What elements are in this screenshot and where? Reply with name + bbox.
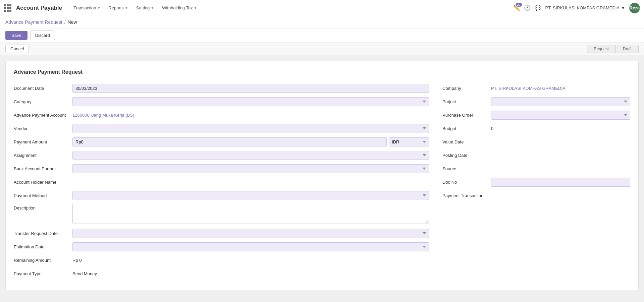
purchase-order-field xyxy=(491,111,630,120)
menu-transaction[interactable]: Transaction ▼ xyxy=(70,4,104,12)
category-select[interactable] xyxy=(72,97,429,106)
chevron-down-icon: ▼ xyxy=(97,6,100,10)
remaining-amount-label: Remaining Amount xyxy=(14,258,72,263)
grid-menu-icon[interactable] xyxy=(4,4,11,12)
vendor-label: Vendor xyxy=(14,126,72,131)
budget-row: Budget 0 xyxy=(442,123,630,133)
avatar[interactable]: Reza xyxy=(629,3,640,13)
advance-payment-account-value: 1160000 Uang Muka Kerja (BS) xyxy=(72,111,134,119)
budget-label: Budget xyxy=(442,126,491,131)
estimation-date-label: Estimation Date xyxy=(14,244,72,249)
currency-select[interactable]: IDR xyxy=(389,137,429,146)
project-field xyxy=(491,97,630,106)
discard-button[interactable]: Discard xyxy=(30,31,55,40)
value-date-row: Value Date xyxy=(442,137,630,147)
remaining-amount-row: Remaining Amount Rp 0 xyxy=(14,255,429,265)
posting-date-label: Posting Date xyxy=(442,153,491,158)
transfer-request-date-field xyxy=(72,229,429,238)
project-row: Project xyxy=(442,97,630,107)
form-title: Advance Payment Request xyxy=(14,69,630,75)
vendor-select[interactable] xyxy=(72,124,429,133)
payment-amount-input[interactable] xyxy=(72,137,387,146)
transfer-request-date-label: Transfer Request Date xyxy=(14,231,72,236)
breadcrumb-current: New xyxy=(68,19,77,25)
payment-transaction-row: Payment Transaction xyxy=(442,190,630,200)
assignment-label: Assignment xyxy=(14,153,72,158)
chevron-down-icon: ▼ xyxy=(194,6,197,10)
payment-type-field: Send Money xyxy=(72,271,429,276)
status-step-request[interactable]: Request xyxy=(587,45,616,53)
breadcrumb-bar: Advance Payment Request / New xyxy=(0,16,644,28)
purchase-order-select[interactable] xyxy=(491,111,630,120)
bank-account-partner-field xyxy=(72,164,429,173)
doc-no-field xyxy=(491,178,630,187)
navbar-right: ✏️ 29 🕐 💬 PT. SIRKULASI KOMPAS GRAMEDIA … xyxy=(513,3,640,13)
form-card: Advance Payment Request Document Date Ca… xyxy=(5,61,639,290)
bank-account-partner-label: Bank Account Partner xyxy=(14,166,72,171)
bank-account-partner-select[interactable] xyxy=(72,164,429,173)
document-date-label: Document Date xyxy=(14,86,72,91)
payment-type-row: Payment Type Send Money xyxy=(14,268,429,279)
payment-method-row: Payment Method xyxy=(14,190,429,200)
form-body: Document Date Category Advance Payment A… xyxy=(14,83,630,282)
form-left: Document Date Category Advance Payment A… xyxy=(14,83,429,282)
navbar-menu: Transaction ▼ Reports ▼ Setting ▼ Withho… xyxy=(70,4,201,12)
source-label: Source xyxy=(442,166,491,171)
clock-icon-btn[interactable]: 🕐 xyxy=(524,5,531,11)
menu-withholding-tax[interactable]: Withholding Tax ▼ xyxy=(159,4,200,12)
estimation-date-select[interactable] xyxy=(72,242,429,251)
document-date-row: Document Date xyxy=(14,83,429,93)
assignment-select[interactable] xyxy=(72,151,429,160)
payment-type-label: Payment Type xyxy=(14,271,72,276)
company-label: Company xyxy=(442,86,491,91)
menu-setting[interactable]: Setting ▼ xyxy=(133,4,157,12)
project-label: Project xyxy=(442,99,491,104)
doc-no-label: Doc No xyxy=(442,180,491,185)
vendor-row: Vendor xyxy=(14,123,429,133)
description-input[interactable] xyxy=(72,204,429,224)
cancel-button[interactable]: Cancel xyxy=(5,45,29,53)
status-steps: Request Draft xyxy=(587,45,639,53)
menu-reports[interactable]: Reports ▼ xyxy=(105,4,131,12)
payment-amount-label: Payment Amount xyxy=(14,139,72,144)
account-holder-name-label: Account Holder Name xyxy=(14,180,72,185)
estimation-date-field xyxy=(72,242,429,251)
transfer-request-date-select[interactable] xyxy=(72,229,429,238)
source-row: Source xyxy=(442,164,630,174)
chat-icon-btn[interactable]: 💬 xyxy=(535,5,541,11)
assignment-row: Assignment xyxy=(14,150,429,160)
company-selector[interactable]: PT. SIRKULASI KOMPAS GRAMEDIA ▼ xyxy=(545,5,625,10)
save-button[interactable]: Save xyxy=(5,31,28,40)
breadcrumb-parent[interactable]: Advance Payment Request xyxy=(5,19,62,25)
purchase-order-row: Purchase Order xyxy=(442,110,630,120)
company-value: PT. SIRKULASI KOMPAS GRAMEDIA xyxy=(491,84,566,93)
navbar: Account Payable Transaction ▼ Reports ▼ … xyxy=(0,0,644,16)
payment-method-field xyxy=(72,191,429,200)
transfer-request-date-row: Transfer Request Date xyxy=(14,228,429,238)
remaining-amount-value: Rp 0 xyxy=(72,256,82,264)
vendor-field xyxy=(72,124,429,133)
doc-no-input[interactable] xyxy=(491,178,630,187)
form-right: Company PT. SIRKULASI KOMPAS GRAMEDIA Pr… xyxy=(442,83,630,282)
payment-method-select[interactable] xyxy=(72,191,429,200)
budget-value: 0 xyxy=(491,124,493,133)
posting-date-row: Posting Date xyxy=(442,150,630,160)
payment-amount-field: IDR xyxy=(72,137,429,146)
chevron-down-icon: ▼ xyxy=(125,6,128,10)
app-title: Account Payable xyxy=(16,5,62,11)
company-row: Company PT. SIRKULASI KOMPAS GRAMEDIA xyxy=(442,83,630,93)
company-field: PT. SIRKULASI KOMPAS GRAMEDIA xyxy=(491,86,630,91)
document-date-field xyxy=(72,84,429,93)
payment-transaction-label: Payment Transaction xyxy=(442,193,491,198)
document-date-input[interactable] xyxy=(72,84,429,93)
payment-method-label: Payment Method xyxy=(14,193,72,198)
bank-account-partner-row: Bank Account Partner xyxy=(14,164,429,174)
advance-payment-account-row: Advance Payment Account 1160000 Uang Muk… xyxy=(14,110,429,120)
status-step-draft[interactable]: Draft xyxy=(616,45,639,53)
chevron-down-icon: ▼ xyxy=(621,5,625,10)
value-date-label: Value Date xyxy=(442,139,491,144)
main-content: Advance Payment Request Document Date Ca… xyxy=(0,55,644,297)
edit-icon-btn[interactable]: ✏️ 29 xyxy=(513,5,520,11)
doc-no-row: Doc No xyxy=(442,177,630,187)
project-select[interactable] xyxy=(491,97,630,106)
